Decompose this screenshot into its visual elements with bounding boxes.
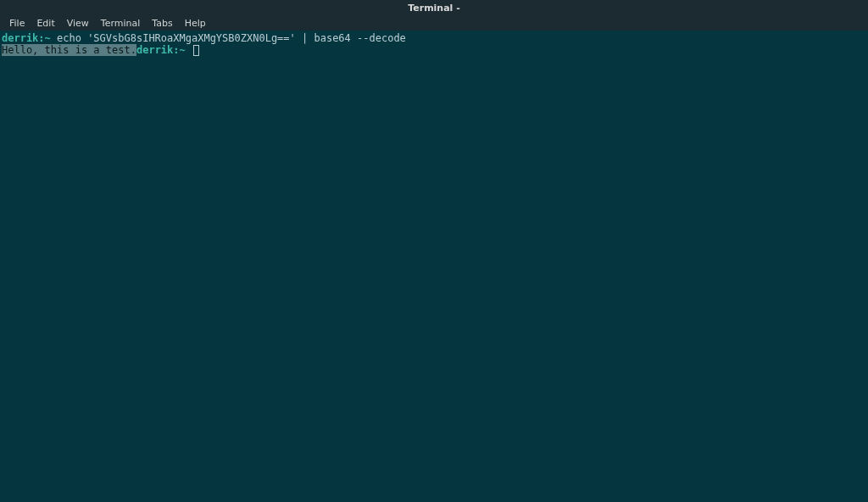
- menu-file[interactable]: File: [3, 16, 31, 31]
- cursor: [193, 45, 199, 56]
- window-titlebar: Terminal -: [0, 0, 868, 15]
- command-line-1: echo 'SGVsbG8sIHRoaXMgaXMgYSB0ZXN0Lg==' …: [51, 32, 406, 44]
- menu-help[interactable]: Help: [179, 16, 212, 31]
- window-title: Terminal -: [408, 3, 460, 14]
- menu-tabs[interactable]: Tabs: [146, 16, 178, 31]
- output-line-2: Hello, this is a test.: [2, 44, 136, 56]
- prompt-line-1: derrik:~: [2, 32, 51, 44]
- menubar: File Edit View Terminal Tabs Help: [0, 15, 868, 31]
- menu-edit[interactable]: Edit: [31, 16, 60, 31]
- terminal-viewport[interactable]: derrik:~ echo 'SGVsbG8sIHRoaXMgaXMgYSB0Z…: [0, 31, 868, 58]
- prompt-line-2: derrik:~: [136, 44, 192, 56]
- menu-view[interactable]: View: [61, 16, 95, 31]
- menu-terminal[interactable]: Terminal: [95, 16, 147, 31]
